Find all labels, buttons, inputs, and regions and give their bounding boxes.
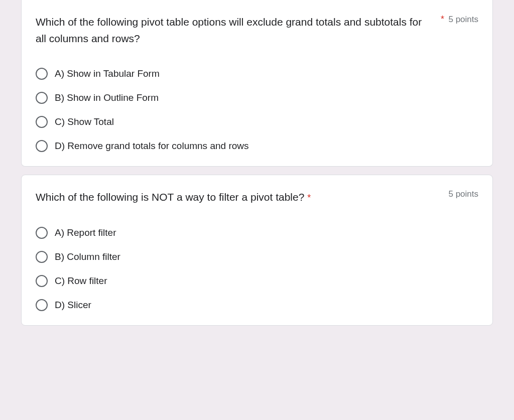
question-points: * 5 points <box>441 14 478 25</box>
radio-option[interactable]: C) Row filter <box>36 275 478 287</box>
radio-circle-icon <box>36 251 48 263</box>
required-asterisk: * <box>307 193 311 203</box>
question-card: Which of the following is NOT a way to f… <box>21 175 493 326</box>
radio-circle-icon <box>36 140 48 152</box>
option-label: A) Show in Tabular Form <box>55 68 160 79</box>
radio-circle-icon <box>36 299 48 311</box>
radio-option[interactable]: A) Show in Tabular Form <box>36 68 478 80</box>
radio-option[interactable]: D) Remove grand totals for columns and r… <box>36 140 478 152</box>
question-header: Which of the following is NOT a way to f… <box>36 189 478 206</box>
form-container: Which of the following pivot table optio… <box>0 0 514 326</box>
option-label: B) Show in Outline Form <box>55 92 159 103</box>
radio-circle-icon <box>36 116 48 128</box>
option-label: D) Slicer <box>55 300 91 311</box>
radio-option[interactable]: D) Slicer <box>36 299 478 311</box>
question-text: Which of the following pivot table optio… <box>36 14 431 47</box>
points-text: 5 points <box>448 13 478 24</box>
radio-option[interactable]: C) Show Total <box>36 116 478 128</box>
required-asterisk: * <box>441 14 444 24</box>
question-points: 5 points <box>448 189 478 199</box>
option-label: D) Remove grand totals for columns and r… <box>55 141 249 152</box>
option-label: C) Show Total <box>55 116 114 127</box>
option-label: C) Row filter <box>55 275 107 287</box>
question-card: Which of the following pivot table optio… <box>21 0 493 167</box>
question-text-content: Which of the following pivot table optio… <box>36 16 422 44</box>
question-text-content: Which of the following is NOT a way to f… <box>36 191 307 203</box>
radio-option[interactable]: A) Report filter <box>36 227 478 239</box>
options-container: A) Report filter B) Column filter C) Row… <box>36 227 478 311</box>
option-label: B) Column filter <box>55 251 120 262</box>
radio-circle-icon <box>36 68 48 80</box>
radio-option[interactable]: B) Show in Outline Form <box>36 92 478 104</box>
option-label: A) Report filter <box>55 227 116 238</box>
question-text: Which of the following is NOT a way to f… <box>36 189 438 206</box>
question-header: Which of the following pivot table optio… <box>36 14 478 47</box>
radio-option[interactable]: B) Column filter <box>36 251 478 263</box>
radio-circle-icon <box>36 92 48 104</box>
radio-circle-icon <box>36 227 48 239</box>
radio-circle-icon <box>36 275 48 287</box>
options-container: A) Show in Tabular Form B) Show in Outli… <box>36 68 478 152</box>
points-text: 5 points <box>448 187 478 199</box>
